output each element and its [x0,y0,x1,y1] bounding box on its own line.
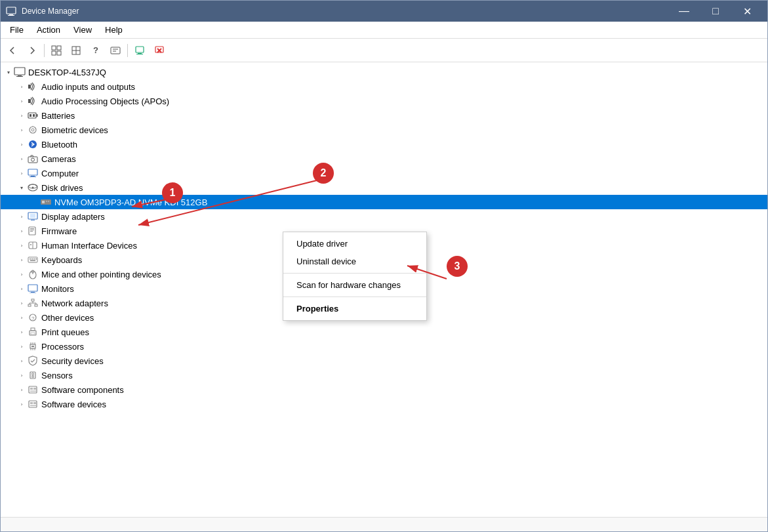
monitors-expander[interactable]: › [16,283,27,294]
diskdrives-expander[interactable]: ▾ [16,182,27,193]
annotation-2: 2 [313,163,334,184]
audio-label: Audio inputs and outputs [41,82,135,92]
cameras-label: Cameras [41,154,76,164]
svg-rect-57 [31,258,33,260]
maximize-button[interactable]: □ [700,1,731,22]
software-components-label: Software components [41,385,124,395]
software-components-expander[interactable]: › [16,384,27,395]
firmware-expander[interactable]: › [16,226,27,236]
tree-item-cameras[interactable]: › Cameras [1,152,767,166]
properties-button[interactable] [106,42,125,59]
tree-item-print[interactable]: › Print queues [1,325,767,339]
expand-all-button[interactable] [47,42,66,59]
title-bar: Device Manager — □ ✕ [1,1,767,22]
tree-item-software-components[interactable]: › Software components [1,382,767,397]
tree-item-nvme[interactable]: NVMe OM3PDP3-AD NVMe KDI 512GB [1,195,767,209]
update-driver-button[interactable] [131,42,149,59]
mice-icon [27,269,39,279]
forward-button[interactable] [23,42,41,59]
svg-rect-55 [28,257,37,262]
tree-item-batteries[interactable]: › Batteries [1,108,767,123]
tree-item-computer[interactable]: › Computer [1,166,767,180]
svg-text:?: ? [31,316,35,321]
sensors-icon [27,370,39,380]
root-expander[interactable]: ▾ [3,67,14,77]
svg-rect-49 [30,228,34,229]
firmware-icon [27,226,39,236]
tree-item-diskdrives[interactable]: ▾ Disk drives [1,180,767,195]
collapse-all-button[interactable] [67,42,85,59]
keyboards-expander[interactable]: › [16,255,27,265]
svg-rect-26 [30,114,31,117]
hid-expander[interactable]: › [16,240,27,251]
network-icon [27,298,39,308]
tree-item-biometric[interactable]: › Biometric devices [1,123,767,137]
annotation-1: 1 [162,182,183,203]
svg-rect-44 [48,201,49,202]
svg-rect-56 [30,258,31,260]
biometric-expander[interactable]: › [16,125,27,135]
close-button[interactable]: ✕ [732,1,762,22]
tree-item-audio[interactable]: › Audio inputs and outputs [1,79,767,94]
monitors-icon [27,283,39,294]
audio-expander[interactable]: › [16,81,27,92]
minimize-button[interactable]: — [669,1,699,22]
batteries-expander[interactable]: › [16,110,27,121]
processors-expander[interactable]: › [16,341,27,352]
tree-item-display[interactable]: › Display adapters [1,209,767,224]
context-uninstall-device[interactable]: Uninstall device [283,253,426,270]
computer-icon [14,67,26,77]
menu-action[interactable]: Action [30,22,67,37]
network-expander[interactable]: › [16,298,27,308]
apo-icon [27,96,39,106]
other-expander[interactable]: › [16,312,27,323]
tree-item-apo[interactable]: › Audio Processing Objects (APOs) [1,94,767,108]
bluetooth-expander[interactable]: › [16,139,27,150]
svg-rect-46 [30,214,35,218]
display-label: Display adapters [41,212,105,222]
cameras-icon [27,153,39,164]
computer-expander[interactable]: › [16,168,27,178]
context-properties[interactable]: Properties [283,300,426,317]
tree-item-processors[interactable]: › Processors [1,339,767,354]
uninstall-button[interactable] [150,42,169,59]
audio-icon [27,81,39,92]
svg-rect-22 [28,85,31,89]
tree-item-bluetooth[interactable]: › Bluetooth [1,137,767,152]
software-devices-label: Software devices [41,399,106,409]
software-devices-icon [27,399,39,409]
content-area: ▾ DESKTOP-4L537JQ › [1,62,767,517]
back-button[interactable] [3,42,22,59]
tree-item-software-devices[interactable]: › Software devices [1,397,767,411]
security-icon [27,356,39,366]
context-separator-1 [283,273,426,274]
svg-rect-4 [57,46,61,50]
print-expander[interactable]: › [16,327,27,337]
batteries-label: Batteries [41,111,75,121]
tree-item-security[interactable]: › Security devices [1,354,767,368]
svg-rect-58 [33,258,35,260]
context-scan-hardware[interactable]: Scan for hardware changes [283,276,426,294]
context-separator-2 [283,297,426,297]
toolbar-separator-2 [127,44,128,57]
security-expander[interactable]: › [16,356,27,366]
context-update-driver[interactable]: Update driver [283,235,426,253]
svg-rect-66 [30,293,36,293]
tree-root[interactable]: ▾ DESKTOP-4L537JQ [1,65,767,79]
help-button[interactable]: ? [87,42,105,59]
print-label: Print queues [41,327,89,337]
cameras-expander[interactable]: › [16,153,27,164]
svg-point-89 [32,373,34,375]
tree-item-sensors[interactable]: › Sensors [1,368,767,382]
menu-view[interactable]: View [67,22,98,37]
menu-help[interactable]: Help [98,22,129,37]
svg-rect-51 [30,231,33,232]
display-expander[interactable]: › [16,211,27,222]
sensors-expander[interactable]: › [16,370,27,380]
mice-expander[interactable]: › [16,269,27,279]
window-controls: — □ ✕ [669,1,762,22]
apo-expander[interactable]: › [16,96,27,106]
software-devices-expander[interactable]: › [16,399,27,409]
computer-tree-icon [27,168,39,178]
menu-file[interactable]: File [3,22,30,37]
